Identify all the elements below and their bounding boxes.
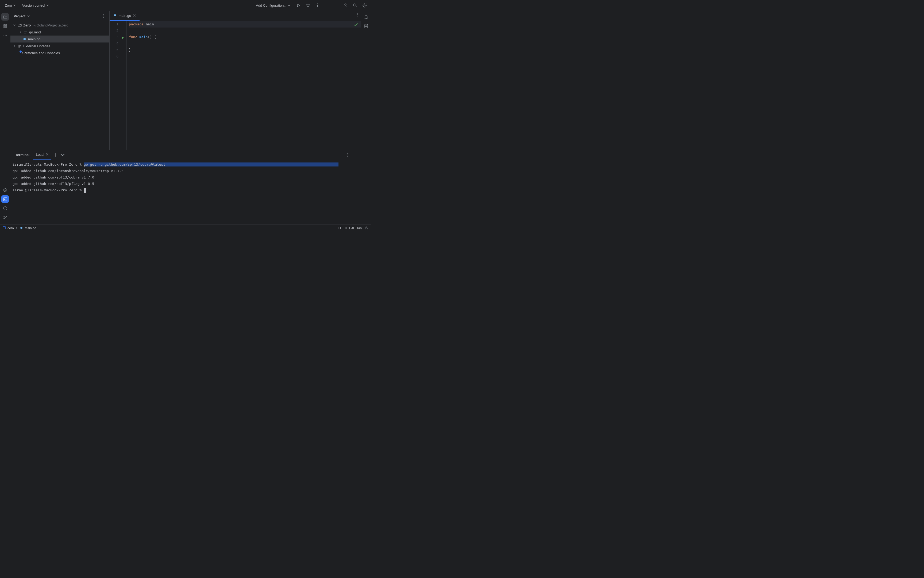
chevron-right-icon[interactable] [18, 31, 22, 33]
editor-gutter: 1 2 3 4 5 6 [110, 21, 127, 150]
svg-point-2 [317, 5, 318, 6]
close-terminal-tab[interactable] [46, 153, 49, 157]
titlebar: Zero Version control Add Configuration..… [0, 0, 371, 11]
left-toolwindow-bar [0, 11, 10, 224]
editor-tab-maingo[interactable]: main.go [110, 11, 140, 21]
status-encoding[interactable]: UTF-8 [345, 226, 354, 230]
scratches-icon [16, 51, 21, 55]
vcs-toolwindow-button[interactable] [1, 214, 9, 221]
problems-toolwindow-button[interactable] [1, 205, 9, 212]
svg-point-6 [364, 5, 366, 6]
svg-rect-39 [366, 228, 368, 229]
chevron-down-icon [46, 4, 49, 6]
terminal-body[interactable]: israel@Israels-MacBook-Pro Zero % go get… [10, 160, 361, 224]
line-number: 5 [110, 47, 124, 53]
tree-label: External Libraries [23, 44, 50, 48]
code-line: } [129, 47, 361, 53]
titlebar-left: Zero Version control [3, 2, 51, 8]
tree-root-path: ~/GolandProjects/Zero [33, 23, 68, 27]
chevron-down-icon[interactable] [13, 24, 16, 26]
structure-toolwindow-button[interactable] [1, 22, 9, 30]
chevron-right-icon[interactable] [13, 45, 16, 47]
search-button[interactable] [351, 2, 359, 9]
upper-row: Project Zero ~/GolandProjects/Zero [10, 11, 361, 150]
new-terminal-button[interactable] [52, 151, 59, 159]
chevron-down-icon[interactable] [27, 15, 30, 18]
code-editor[interactable]: 1 2 3 4 5 6 package main func main() { } [110, 21, 361, 150]
tree-file-gomod[interactable]: go.mod [10, 29, 109, 36]
debug-button[interactable] [304, 2, 312, 9]
close-tab-button[interactable] [133, 14, 137, 18]
tree-file-maingo[interactable]: main.go [10, 36, 109, 42]
gear-icon [362, 3, 367, 8]
git-branch-icon [3, 215, 8, 220]
svg-rect-10 [5, 26, 7, 27]
svg-point-22 [23, 38, 26, 40]
svg-point-19 [103, 15, 104, 15]
database-button[interactable] [362, 22, 370, 30]
vcs-label: Version control [22, 3, 45, 8]
project-panel-more[interactable] [100, 13, 106, 19]
project-toolwindow-button[interactable] [1, 13, 9, 21]
svg-point-32 [348, 155, 348, 155]
tree-file-label: go.mod [29, 30, 41, 34]
inspection-ok-icon[interactable] [354, 23, 358, 29]
terminal-cursor [84, 188, 86, 193]
terminal-tab-local[interactable]: Local [33, 150, 51, 159]
run-gutter-icon[interactable] [121, 35, 124, 41]
warning-icon [3, 206, 8, 211]
play-icon [296, 3, 301, 8]
chevron-down-icon [288, 4, 290, 6]
more-toolwindows-button[interactable] [1, 31, 9, 39]
terminal-line: go: added github.com/spf13/cobra v1.7.0 [13, 174, 358, 181]
code-with-me-button[interactable] [342, 2, 349, 9]
terminal-line: israel@Israels-MacBook-Pro Zero % go get… [13, 161, 358, 168]
editor-tab-bar: main.go [110, 11, 361, 21]
project-name: Zero [5, 3, 12, 8]
bell-icon [364, 15, 368, 19]
status-eol[interactable]: LF [338, 226, 342, 230]
svg-point-27 [115, 15, 116, 15]
run-button[interactable] [294, 2, 302, 9]
tree-label: Scratches and Consoles [22, 51, 60, 55]
go-file-icon [113, 13, 117, 18]
plus-icon [53, 153, 58, 157]
code-line [129, 28, 361, 34]
run-config-dropdown[interactable]: Add Configuration... [254, 2, 293, 8]
editor-area: main.go 1 2 3 4 5 6 [110, 11, 361, 150]
terminal-options-button[interactable] [345, 151, 351, 159]
hide-terminal-button[interactable] [352, 151, 358, 159]
search-icon [353, 3, 358, 8]
tree-project-root[interactable]: Zero ~/GolandProjects/Zero [10, 22, 109, 29]
project-selector[interactable]: Zero [3, 2, 18, 8]
hexagon-play-icon [3, 188, 8, 192]
more-actions-button[interactable] [314, 2, 321, 9]
svg-point-28 [357, 13, 358, 14]
tree-external-libs[interactable]: External Libraries [10, 42, 109, 49]
line-number: 1 [110, 21, 124, 28]
tree-scratches[interactable]: Scratches and Consoles [10, 49, 109, 56]
code-line [129, 53, 361, 60]
notifications-button[interactable] [362, 13, 370, 21]
code-body[interactable]: package main func main() { } [127, 21, 361, 150]
breadcrumb[interactable]: Zero main.go [3, 226, 36, 231]
terminal-dropdown-button[interactable] [60, 151, 65, 159]
readonly-toggle[interactable] [364, 226, 368, 231]
breadcrumb-separator [16, 226, 18, 230]
services-toolwindow-button[interactable] [1, 186, 9, 194]
editor-tab-more[interactable] [354, 11, 361, 18]
project-tree[interactable]: Zero ~/GolandProjects/Zero go.mod main.g… [10, 21, 109, 150]
terminal-icon [3, 197, 8, 201]
vcs-dropdown[interactable]: Version control [20, 2, 51, 8]
breadcrumb-root: Zero [7, 226, 14, 230]
status-indent[interactable]: Tab [357, 226, 362, 230]
module-icon [3, 226, 6, 230]
project-panel: Project Zero ~/GolandProjects/Zero [10, 11, 110, 150]
svg-point-38 [22, 227, 22, 228]
terminal-toolwindow-button[interactable] [1, 195, 9, 203]
settings-button[interactable] [361, 2, 368, 9]
terminal-panel: Terminal Local israel@Israels-MacBook-Pr… [10, 150, 361, 224]
tree-file-label: main.go [28, 37, 41, 41]
svg-point-25 [114, 15, 116, 16]
chevron-down-icon [60, 153, 65, 157]
